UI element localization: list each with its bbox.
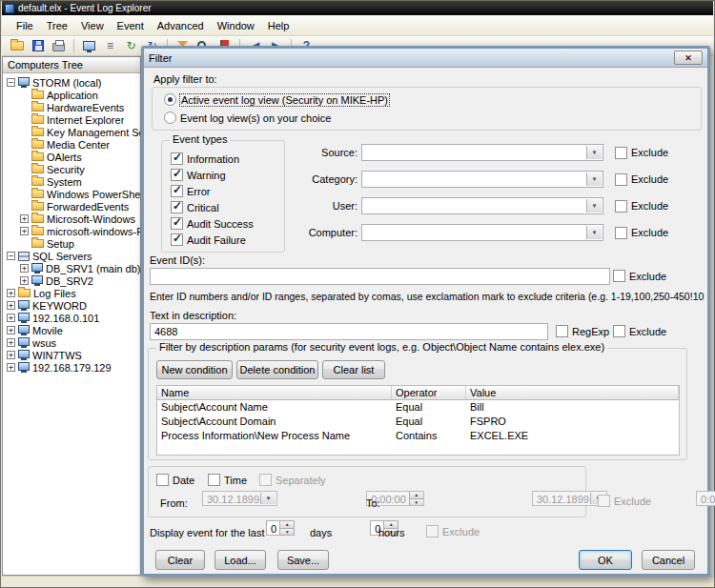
display-last-exclude-checkbox[interactable]: Exclude — [426, 525, 480, 537]
computer-combo[interactable] — [361, 224, 603, 241]
spin-down-icon[interactable] — [280, 529, 294, 536]
tree-item[interactable]: HardwareEvents — [3, 101, 140, 113]
computer-exclude-checkbox[interactable]: Exclude — [615, 227, 668, 239]
tree-item[interactable]: Media Center — [3, 138, 140, 151]
tree-item[interactable]: DB_SRV2 — [3, 274, 140, 287]
tree-item[interactable]: Log Files — [3, 287, 140, 299]
tree-item[interactable]: Setup — [3, 237, 140, 250]
date-checkbox[interactable]: Date — [156, 474, 194, 486]
tree-item[interactable]: STORM (local) — [3, 76, 140, 89]
checkbox-warning[interactable]: Warning — [171, 169, 254, 181]
event-ids-input[interactable] — [150, 268, 610, 285]
tree-item[interactable]: 192.168.0.101 — [3, 312, 140, 324]
checkbox-critical[interactable]: Critical — [171, 201, 254, 213]
to-time-spinner[interactable]: 0:00:00 — [696, 491, 715, 506]
tree-item[interactable]: Application — [3, 89, 140, 101]
delete-condition-button[interactable]: Delete condition — [236, 360, 318, 379]
tree-item[interactable]: Microsoft-Windows — [3, 213, 140, 225]
category-combo[interactable] — [361, 171, 603, 188]
save-button[interactable]: Save... — [277, 550, 329, 570]
load-button[interactable]: Load... — [214, 550, 266, 570]
expand-icon[interactable] — [7, 363, 15, 372]
checkbox-error[interactable]: Error — [171, 185, 254, 197]
ok-button[interactable]: OK — [579, 550, 632, 570]
tree-item[interactable]: OAlerts — [3, 151, 140, 163]
titlebar[interactable]: default.elx - Event Log Explorer — [2, 1, 713, 15]
table-row[interactable]: Subject\Account Domain Equal FSPRO — [157, 415, 679, 429]
chevron-down-icon[interactable] — [586, 146, 602, 159]
expand-icon[interactable] — [7, 301, 15, 310]
from-date-picker[interactable]: 30.12.1899 — [202, 491, 277, 506]
datetime-exclude-checkbox[interactable]: Exclude — [598, 495, 651, 507]
checkbox-audit-success[interactable]: Audit Success — [171, 217, 254, 230]
clear-list-button[interactable]: Clear list — [322, 360, 385, 379]
checkbox-audit-failure[interactable]: Audit Failure — [171, 233, 254, 246]
tree-item[interactable]: 192.168.179.129 — [3, 361, 140, 374]
column-header-name[interactable]: Name — [157, 386, 392, 400]
column-header-value[interactable]: Value — [466, 386, 679, 400]
tree-item[interactable]: DB_SRV1 (main db) — [3, 262, 140, 274]
regexp-checkbox[interactable]: RegExp — [556, 325, 609, 337]
tree-item[interactable]: KEYWORD — [3, 299, 140, 312]
checkbox-information[interactable]: Information — [171, 152, 254, 165]
source-exclude-checkbox[interactable]: Exclude — [615, 147, 668, 159]
radio-choice-view[interactable]: Event log view(s) on your choice — [164, 112, 331, 124]
menu-tree[interactable]: Tree — [40, 17, 74, 34]
expand-icon[interactable] — [20, 214, 29, 223]
tree-item[interactable]: wsus — [3, 336, 140, 349]
tree-item[interactable]: System — [3, 175, 140, 188]
tree-item[interactable]: Windows PowerShell — [3, 188, 140, 200]
time-checkbox[interactable]: Time — [208, 474, 247, 486]
days-spinner[interactable]: 0 — [266, 520, 295, 536]
menu-view[interactable]: View — [74, 17, 111, 34]
chevron-down-icon[interactable] — [586, 199, 602, 213]
menu-help[interactable]: Help — [261, 17, 296, 34]
print-button[interactable] — [50, 37, 68, 54]
expand-icon[interactable] — [7, 326, 15, 335]
expand-icon[interactable] — [7, 351, 15, 359]
refresh-button[interactable]: ↻ — [122, 37, 140, 54]
to-date-picker[interactable]: 30.12.1899 — [532, 491, 607, 506]
separately-checkbox[interactable]: Separately — [259, 474, 326, 486]
expand-icon[interactable] — [20, 264, 29, 273]
expand-icon[interactable] — [20, 227, 29, 235]
description-exclude-checkbox[interactable]: Exclude — [613, 325, 666, 337]
log-list-button[interactable]: ≡ — [101, 37, 119, 54]
menu-file[interactable]: File — [10, 17, 40, 34]
source-combo[interactable] — [361, 144, 603, 161]
view-monitor-button[interactable] — [80, 37, 98, 54]
event-ids-exclude-checkbox[interactable]: Exclude — [613, 270, 666, 282]
menu-advanced[interactable]: Advanced — [151, 17, 211, 34]
spin-up-icon[interactable] — [280, 521, 294, 529]
category-exclude-checkbox[interactable]: Exclude — [615, 173, 668, 186]
table-row[interactable]: Process Information\New Process Name Con… — [157, 429, 679, 443]
clear-button[interactable]: Clear — [155, 550, 205, 570]
menu-event[interactable]: Event — [111, 17, 151, 34]
radio-active-view[interactable]: Active event log view (Security on MIKE-… — [164, 93, 389, 106]
new-condition-button[interactable]: New condition — [156, 360, 233, 379]
collapse-icon[interactable] — [7, 252, 15, 260]
tree-item[interactable]: Internet Explorer — [3, 113, 140, 126]
open-folder-button[interactable] — [8, 37, 26, 54]
collapse-icon[interactable] — [7, 78, 15, 87]
chevron-down-icon[interactable] — [586, 226, 602, 239]
cancel-button[interactable]: Cancel — [642, 550, 695, 570]
chevron-down-icon[interactable] — [586, 172, 602, 186]
tree-item[interactable]: WIN7TWS — [3, 349, 140, 361]
close-icon[interactable] — [674, 51, 703, 65]
expand-icon[interactable] — [7, 338, 15, 347]
user-exclude-checkbox[interactable]: Exclude — [615, 200, 668, 213]
tree-item[interactable]: SQL Servers — [3, 250, 140, 262]
dialog-titlebar[interactable]: Filter — [144, 49, 707, 68]
expand-icon[interactable] — [7, 289, 15, 297]
save-button[interactable] — [29, 37, 47, 54]
tree-item[interactable]: ForwardedEvents — [3, 200, 140, 213]
table-row[interactable]: Subject\Account Name Equal Bill — [157, 400, 679, 415]
user-combo[interactable] — [361, 197, 603, 214]
column-header-operator[interactable]: Operator — [392, 386, 466, 400]
tree-item-security[interactable]: Security — [3, 163, 140, 175]
tree-item[interactable]: Movile — [3, 324, 140, 336]
text-in-description-input[interactable] — [150, 323, 548, 340]
expand-icon[interactable] — [20, 276, 29, 285]
expand-icon[interactable] — [7, 314, 15, 322]
